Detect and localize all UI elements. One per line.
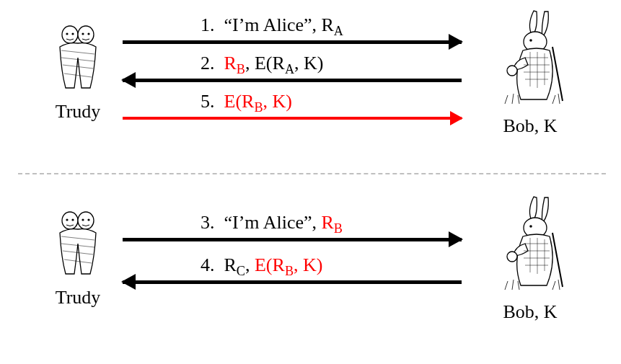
msg1-label: 1. “I’m Alice”, RA <box>201 16 343 35</box>
msg1-num: 1. <box>201 14 215 35</box>
R: R <box>242 91 254 112</box>
bob-key: , K <box>534 301 558 322</box>
trudy-bottom: Trudy <box>42 208 114 308</box>
svg-point-0 <box>62 26 78 43</box>
bob-name: Bob <box>503 115 534 136</box>
RC-R: R <box>224 254 237 275</box>
bob-top-label: Bob, K <box>469 115 591 137</box>
RC-C: C <box>237 264 245 278</box>
K-close: , K) <box>294 53 323 74</box>
K-close: , K) <box>294 254 322 275</box>
protocol-diagram: Trudy <box>0 0 621 364</box>
msg2-label: 2. RB, E(RA, K) <box>201 54 323 73</box>
trudy-image-icon <box>53 22 103 98</box>
arrow-line-icon <box>123 117 462 120</box>
arrow-head-right-icon <box>449 231 463 247</box>
arrow-line-icon <box>123 280 462 284</box>
sep: , <box>245 53 255 74</box>
bob-key: , K <box>534 115 558 136</box>
arrow-head-right-icon <box>450 111 463 125</box>
msg5-num: 5. <box>201 91 215 112</box>
svg-point-30 <box>82 218 84 221</box>
RB-red-B: B <box>334 221 343 236</box>
svg-line-48 <box>512 280 514 290</box>
arrow-head-left-icon <box>121 274 136 290</box>
svg-point-13 <box>529 39 532 42</box>
svg-line-22 <box>512 94 514 104</box>
RB-red-B: B <box>237 62 245 76</box>
svg-line-25 <box>558 94 560 104</box>
RA-R: R <box>273 53 285 74</box>
trudy-top-label: Trudy <box>42 101 114 123</box>
sub-B: B <box>254 100 263 115</box>
svg-line-38 <box>552 233 563 287</box>
svg-point-5 <box>87 32 89 35</box>
svg-point-4 <box>82 32 84 35</box>
arrow-head-left-icon <box>121 72 136 88</box>
bob-bottom: Bob, K <box>469 193 591 323</box>
msg3-text: I’m Alice <box>232 212 304 233</box>
svg-line-49 <box>518 281 519 290</box>
RB-red-R: R <box>322 212 334 233</box>
msg1-text: I’m Alice <box>232 14 304 35</box>
svg-line-23 <box>518 95 519 104</box>
msg4-num: 4. <box>201 254 215 275</box>
svg-point-1 <box>78 26 94 43</box>
svg-point-39 <box>529 225 532 228</box>
svg-point-11 <box>507 66 517 76</box>
arrow-line-icon <box>123 79 462 82</box>
sep: , <box>245 254 255 275</box>
trudy-image-icon <box>53 208 103 284</box>
E-open: E( <box>224 91 242 112</box>
svg-point-28 <box>66 218 68 221</box>
svg-point-37 <box>507 252 517 262</box>
RA-A: A <box>285 62 294 76</box>
sep: , <box>312 14 322 35</box>
K-close: , K) <box>263 91 292 112</box>
msg4-label: 4. RC, E(RB, K) <box>201 256 322 275</box>
sep: , <box>312 212 322 233</box>
sub-B: B <box>285 264 294 278</box>
svg-point-29 <box>71 218 74 221</box>
quote-close: ” <box>304 212 312 233</box>
msg3-label: 3. “I’m Alice”, RB <box>201 213 343 232</box>
trudy-bottom-label: Trudy <box>42 287 114 308</box>
E-open: E( <box>255 254 273 275</box>
svg-point-2 <box>66 32 68 35</box>
svg-line-24 <box>552 95 555 104</box>
session-divider <box>18 173 606 174</box>
msg3-num: 3. <box>201 212 215 233</box>
RB-red-R: R <box>224 53 237 74</box>
bob-bottom-label: Bob, K <box>469 301 591 323</box>
msg5-label: 5. E(RB, K) <box>201 92 292 111</box>
bob-rabbit-image-icon <box>490 193 570 298</box>
quote-open: “ <box>224 212 233 233</box>
msg2-num: 2. <box>201 53 215 74</box>
E-open: E( <box>255 53 273 74</box>
quote-open: “ <box>224 14 233 35</box>
arrow-line-icon <box>123 238 462 241</box>
svg-point-26 <box>62 212 78 229</box>
svg-line-12 <box>552 47 563 101</box>
bob-top: Bob, K <box>469 7 591 137</box>
sub-A: A <box>334 24 343 38</box>
quote-close: ” <box>304 14 312 35</box>
arrow-line-icon <box>123 40 462 44</box>
svg-line-51 <box>558 280 560 290</box>
bob-name: Bob <box>503 301 534 322</box>
svg-line-21 <box>505 95 508 104</box>
R: R <box>273 254 285 275</box>
svg-line-47 <box>505 281 508 290</box>
bob-rabbit-image-icon <box>490 7 570 112</box>
svg-point-31 <box>87 218 89 221</box>
svg-point-3 <box>71 32 74 35</box>
arrow-head-right-icon <box>449 34 463 50</box>
svg-point-27 <box>78 212 94 229</box>
trudy-top: Trudy <box>42 22 114 123</box>
svg-line-50 <box>552 281 555 290</box>
R: R <box>322 14 334 35</box>
